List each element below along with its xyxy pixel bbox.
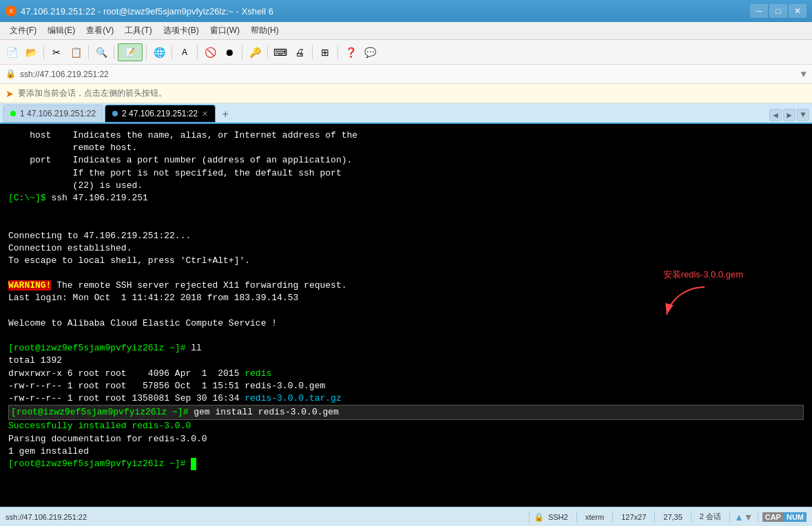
terminal-line: [8, 267, 804, 280]
hint-bar: ➤ 要添加当前会话，点击左侧的箭头按钮。: [0, 84, 812, 103]
window-title: 47.106.219.251:22 - root@izwz9ef5sjam9pv…: [21, 6, 273, 17]
terminal-line: drwxrwxr-x 6 root root 4096 Apr 1 2015 r…: [8, 368, 804, 380]
terminal-line: If the port is not specified, the defaul…: [8, 167, 804, 180]
hint-icon: ➤: [6, 88, 14, 99]
tab2-label: 2 47.106.219.251:22: [122, 109, 198, 118]
tab-1[interactable]: 1 47.106.219.251:22: [3, 105, 103, 123]
terminal-wrapper: host Indicates the name, alias, or Inter…: [0, 124, 812, 507]
menu-tools[interactable]: 工具(T): [119, 23, 157, 39]
terminal-line: Parsing documentation for redis-3.0.0: [8, 433, 804, 445]
toolbar-sep1: [43, 45, 44, 59]
menu-window[interactable]: 窗口(W): [205, 23, 245, 39]
address-input[interactable]: [20, 70, 797, 79]
app-icon: X: [6, 6, 17, 17]
terminal-line: [root@izwz9ef5sjam9pvfyiz26lz ~]# ll: [8, 342, 804, 355]
terminal-prompt: [root@izwz9ef5sjam9pvfyiz26lz ~]#: [8, 458, 804, 470]
status-cursor: 27,35: [659, 513, 687, 521]
toolbar-globe[interactable]: 🌐: [150, 43, 168, 61]
maximize-button[interactable]: □: [769, 4, 787, 18]
status-arrow-down[interactable]: ▼: [744, 512, 753, 523]
menu-view[interactable]: 查看(V): [81, 23, 119, 39]
terminal-line: To escape to local shell, press 'Ctrl+Al…: [8, 255, 804, 267]
toolbar-font[interactable]: A: [176, 43, 194, 61]
toolbar-sep7: [242, 45, 242, 59]
status-arrow-up[interactable]: ▲: [734, 512, 744, 523]
toolbar-sep6: [197, 45, 198, 59]
terminal-line: host Indicates the name, alias, or Inter…: [8, 129, 804, 142]
menu-file[interactable]: 文件(F): [4, 23, 42, 39]
window-controls: ─ □ ✕: [750, 4, 806, 18]
menu-tabs[interactable]: 选项卡(B): [158, 23, 205, 39]
toolbar-sep2: [88, 45, 89, 59]
terminal-line: [8, 204, 804, 217]
status-sep6: [729, 512, 730, 523]
tab-prev-button[interactable]: ◀: [769, 109, 782, 121]
toolbar-open[interactable]: 📂: [22, 43, 40, 61]
status-sep1: [529, 512, 530, 523]
terminal-line: [8, 330, 804, 342]
terminal-line: total 1392: [8, 355, 804, 367]
toolbar-copy[interactable]: 📋: [67, 43, 85, 61]
tab-2[interactable]: 2 47.106.219.251:22 ✕: [105, 105, 216, 123]
tab-navigation: ◀ ▶ ▼: [769, 109, 809, 123]
terminal-line: [C:\~]$ ssh 47.106.219.251: [8, 192, 804, 204]
lock-icon: 🔒: [6, 69, 16, 79]
toolbar-sep3: [114, 45, 114, 59]
tab-next-button[interactable]: ▶: [783, 109, 795, 121]
toolbar-new[interactable]: 📄: [3, 43, 21, 61]
toolbar-layout[interactable]: ⊞: [316, 43, 334, 61]
menu-help[interactable]: 帮助(H): [245, 23, 284, 39]
terminal-line: (22) is used.: [8, 180, 804, 192]
toolbar-chat[interactable]: 💬: [361, 43, 379, 61]
terminal[interactable]: host Indicates the name, alias, or Inter…: [0, 124, 812, 507]
terminal-line: Connecting to 47.106.219.251:22...: [8, 230, 804, 242]
terminal-cmd: [root@izwz9ef5sjam9pvfyiz26lz ~]# gem in…: [8, 405, 804, 420]
status-address: ssh://47.106.219.251:22: [6, 513, 525, 521]
toolbar: 📄 📂 ✂ 📋 🔍 📝 🌐 A 🚫 ⏺ 🔑 ⌨ 🖨 ⊞ ❓ 💬: [0, 40, 812, 65]
tab-add-button[interactable]: +: [217, 107, 233, 123]
terminal-line: -rw-r--r-- 1 root root 1358081 Sep 30 16…: [8, 392, 804, 405]
status-protocol: SSH2: [544, 513, 572, 521]
toolbar-print[interactable]: 🖨: [291, 43, 309, 61]
toolbar-key[interactable]: 🔑: [246, 43, 264, 61]
hint-text: 要添加当前会话，点击左侧的箭头按钮。: [18, 87, 167, 99]
tab-dropdown-button[interactable]: ▼: [797, 109, 809, 121]
toolbar-sep8: [267, 45, 268, 59]
toolbar-find[interactable]: 🔍: [92, 43, 110, 61]
status-sep2: [576, 512, 577, 523]
terminal-line: Connection established.: [8, 242, 804, 255]
terminal-line: port Indicates a port number (address of…: [8, 154, 804, 167]
title-bar: X 47.106.219.251:22 - root@izwz9ef5sjam9…: [0, 0, 812, 22]
terminal-line: [8, 217, 804, 229]
tab1-label: 1 47.106.219.251:22: [20, 109, 96, 118]
toolbar-sep4: [146, 45, 147, 59]
close-button[interactable]: ✕: [789, 4, 806, 18]
tab1-indicator: [10, 111, 16, 116]
toolbar-sep5: [171, 45, 172, 59]
terminal-line: Welcome to Alibaba Cloud Elastic Compute…: [8, 317, 804, 330]
address-bar: 🔒 ▼: [0, 65, 812, 84]
status-encoding: xterm: [581, 513, 609, 521]
terminal-line: Successfully installed redis-3.0.0: [8, 420, 804, 432]
menu-edit[interactable]: 编辑(E): [42, 23, 81, 39]
terminal-line: -rw-r--r-- 1 root root 57856 Oct 1 15:51…: [8, 380, 804, 392]
address-dropdown[interactable]: ▼: [801, 69, 806, 80]
status-sep7: [758, 512, 758, 523]
toolbar-compose[interactable]: 📝: [118, 43, 143, 61]
status-lock-icon: 🔒: [534, 512, 544, 522]
toolbar-sep9: [312, 45, 313, 59]
tab-bar: 1 47.106.219.251:22 2 47.106.219.251:22 …: [0, 103, 812, 124]
minimize-button[interactable]: ─: [750, 4, 768, 18]
toolbar-record[interactable]: ⏺: [220, 43, 238, 61]
toolbar-cut[interactable]: ✂: [48, 43, 65, 61]
status-sep3: [612, 512, 613, 523]
toolbar-stop[interactable]: 🚫: [201, 43, 219, 61]
terminal-line: remote host.: [8, 142, 804, 154]
toolbar-keyboard[interactable]: ⌨: [271, 43, 289, 61]
menu-bar: 文件(F) 编辑(E) 查看(V) 工具(T) 选项卡(B) 窗口(W) 帮助(…: [0, 22, 812, 40]
tab2-close[interactable]: ✕: [202, 109, 208, 118]
title-bar-left: X 47.106.219.251:22 - root@izwz9ef5sjam9…: [6, 6, 273, 17]
toolbar-sep10: [337, 45, 338, 59]
toolbar-help[interactable]: ❓: [342, 43, 360, 61]
status-sessions: 2 会话: [696, 512, 725, 522]
